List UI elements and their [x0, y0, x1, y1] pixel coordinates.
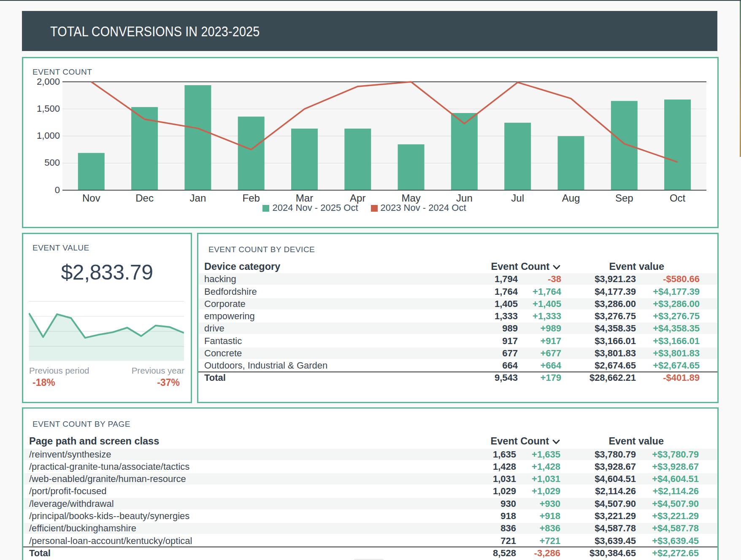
svg-text:Nov: Nov — [82, 192, 100, 204]
svg-text:Aug: Aug — [562, 192, 580, 204]
svg-text:Jan: Jan — [190, 192, 206, 204]
svg-text:Jun: Jun — [456, 192, 473, 204]
svg-text:May: May — [401, 192, 420, 204]
svg-text:1,500: 1,500 — [37, 103, 60, 114]
svg-text:2,000: 2,000 — [37, 76, 60, 87]
svg-text:Mar: Mar — [296, 192, 313, 204]
svg-text:Dec: Dec — [135, 192, 154, 204]
svg-text:Apr: Apr — [350, 192, 365, 204]
svg-text:Oct: Oct — [670, 192, 686, 204]
svg-text:1,000: 1,000 — [37, 130, 60, 141]
svg-text:500: 500 — [44, 157, 60, 168]
svg-text:Feb: Feb — [243, 192, 260, 204]
svg-text:Sep: Sep — [615, 192, 633, 204]
svg-text:Jul: Jul — [511, 192, 524, 204]
svg-text:0: 0 — [55, 185, 60, 195]
